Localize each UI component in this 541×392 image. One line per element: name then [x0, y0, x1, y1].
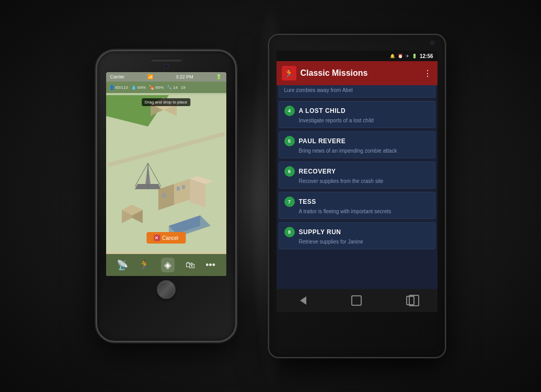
app-logo: 🏃 — [282, 66, 296, 80]
android-bottom-nav — [277, 289, 438, 312]
iphone-screen: Carrier 📶 3:22 PM 🔋 👤 85/110 💧 64% — [106, 72, 226, 276]
recents-button[interactable] — [400, 294, 421, 307]
android-topbar: 🏃 Classic Missions ⋮ — [277, 61, 438, 85]
volume-up-button — [96, 103, 97, 119]
partial-mission-desc: Lure zombies away from Abel — [284, 87, 430, 93]
mission-8-title: SUPPLY RUN — [299, 228, 341, 236]
food-icon: 🍖 — [149, 85, 154, 90]
mission-5-title: PAUL REVERE — [299, 137, 346, 145]
mission-4-desc: Investigate reports of a lost child — [284, 118, 430, 123]
volume-down-button — [96, 124, 97, 140]
svg-rect-13 — [163, 193, 166, 198]
runner-icon[interactable]: 🏃 — [139, 259, 150, 271]
android-chin — [269, 312, 445, 357]
back-arrow-icon — [300, 296, 306, 305]
iphone-front-camera — [164, 64, 169, 69]
wifi-icon: 📶 — [147, 74, 153, 79]
cancel-x-icon: ✕ — [154, 235, 160, 241]
stat1-group: 💧 64% — [131, 85, 146, 90]
map-icon[interactable]: ◈ — [161, 258, 175, 272]
iphone-wrapper: Carrier 📶 3:22 PM 🔋 👤 85/110 💧 64% — [96, 50, 237, 342]
power-button — [236, 114, 237, 135]
mission-4-number: 4 — [284, 106, 295, 116]
drag-tooltip: Drag and drop to place — [142, 98, 190, 106]
iphone-status-bar: Carrier 📶 3:22 PM 🔋 — [106, 72, 226, 82]
time-display: 3:22 PM — [176, 74, 193, 79]
android-wrapper: 🔔 ⏰ ✈ 🔋 12:56 🏃 Classic Missions ⋮ — [268, 34, 446, 358]
airplane-icon: ✈ — [406, 54, 409, 59]
iphone-device: Carrier 📶 3:22 PM 🔋 👤 85/110 💧 64% — [96, 50, 237, 342]
mission-8-number: 8 — [284, 227, 295, 237]
app-title: Classic Missions — [301, 68, 419, 78]
iphone-bottom-nav: 📡 🏃 ◈ 🛍 ••• — [106, 254, 226, 276]
svg-rect-12 — [182, 185, 185, 189]
other-stat: 19 — [181, 85, 186, 90]
partial-mission-item: Lure zombies away from Abel — [279, 85, 435, 98]
ammo-icon: 🔧 — [167, 85, 172, 90]
mission-item-5[interactable]: 5 PAUL REVERE Bring news of an impending… — [279, 131, 435, 158]
mission-8-desc: Retrieve supplies for Janine — [284, 239, 430, 245]
mission-7-header: 7 TESS — [284, 197, 430, 207]
battery-status-icon: 🔋 — [412, 54, 417, 59]
mission-8-header: 8 SUPPLY RUN — [284, 227, 430, 237]
home-square-icon — [351, 295, 362, 306]
notification-icon: 🔔 — [390, 54, 395, 59]
mission-5-desc: Bring news of an impending zombie attack — [284, 148, 430, 154]
runner-logo-icon: 🏃 — [284, 68, 294, 78]
android-device: 🔔 ⏰ ✈ 🔋 12:56 🏃 Classic Missions ⋮ — [268, 34, 446, 358]
mission-7-title: TESS — [299, 198, 316, 205]
menu-icon[interactable]: ⋮ — [423, 68, 432, 78]
mission-7-number: 7 — [284, 197, 295, 207]
mission-5-number: 5 — [284, 136, 295, 146]
mission-item-4[interactable]: 4 A LOST CHILD Investigate reports of a … — [279, 101, 435, 128]
stat2-group: 🍖 66% — [149, 85, 164, 90]
bag-icon[interactable]: 🛍 — [186, 260, 195, 271]
iphone-map[interactable]: Drag and drop to place ✕ Cancel — [106, 93, 226, 254]
back-button[interactable] — [293, 294, 314, 307]
android-top — [269, 35, 445, 51]
mission-4-title: A LOST CHILD — [299, 107, 346, 114]
water-icon: 💧 — [131, 85, 136, 90]
mission-item-6[interactable]: 6 RECOVERY Recover supplies from the cra… — [279, 162, 435, 189]
android-front-camera — [430, 41, 434, 45]
android-screen: 🔔 ⏰ ✈ 🔋 12:56 🏃 Classic Missions ⋮ — [277, 51, 438, 312]
cancel-label: Cancel — [162, 235, 178, 241]
mission-item-7[interactable]: 7 TESS A traitor is fleeing with importa… — [279, 192, 435, 219]
android-time: 12:56 — [420, 53, 433, 59]
mission-4-header: 4 A LOST CHILD — [284, 106, 430, 116]
mission-6-desc: Recover supplies from the crash site — [284, 178, 430, 184]
health-stat: 👤 85/110 — [109, 85, 128, 90]
carrier-label: Carrier — [110, 74, 125, 79]
mission-6-header: 6 RECOVERY — [284, 166, 430, 177]
mission-list: Lure zombies away from Abel 4 A LOST CHI… — [277, 85, 438, 289]
mission-6-title: RECOVERY — [299, 168, 336, 175]
mission-7-desc: A traitor is fleeing with important secr… — [284, 209, 430, 214]
radio-tower-icon[interactable]: 📡 — [117, 259, 128, 271]
battery-icon: 🔋 — [216, 74, 222, 79]
more-icon[interactable]: ••• — [205, 260, 215, 271]
svg-rect-11 — [177, 187, 180, 191]
ammo-group: 🔧 14 — [167, 85, 178, 90]
alarm-icon: ⏰ — [398, 54, 403, 59]
person-icon: 👤 — [109, 85, 114, 90]
cancel-button[interactable]: ✕ Cancel — [146, 232, 186, 244]
phones-container: Carrier 📶 3:22 PM 🔋 👤 85/110 💧 64% — [0, 0, 541, 392]
iphone-speaker — [151, 59, 182, 62]
recents-icon — [406, 296, 415, 305]
home-button[interactable] — [346, 294, 367, 307]
mission-6-number: 6 — [284, 166, 295, 177]
mission-5-header: 5 PAUL REVERE — [284, 136, 430, 146]
android-status-bar: 🔔 ⏰ ✈ 🔋 12:56 — [277, 51, 438, 61]
mission-item-8[interactable]: 8 SUPPLY RUN Retrieve supplies for Janin… — [279, 222, 435, 249]
iphone-stats-bar: 👤 85/110 💧 64% 🍖 66% 🔧 14 — [106, 82, 226, 93]
iphone-home-button[interactable] — [157, 280, 176, 299]
